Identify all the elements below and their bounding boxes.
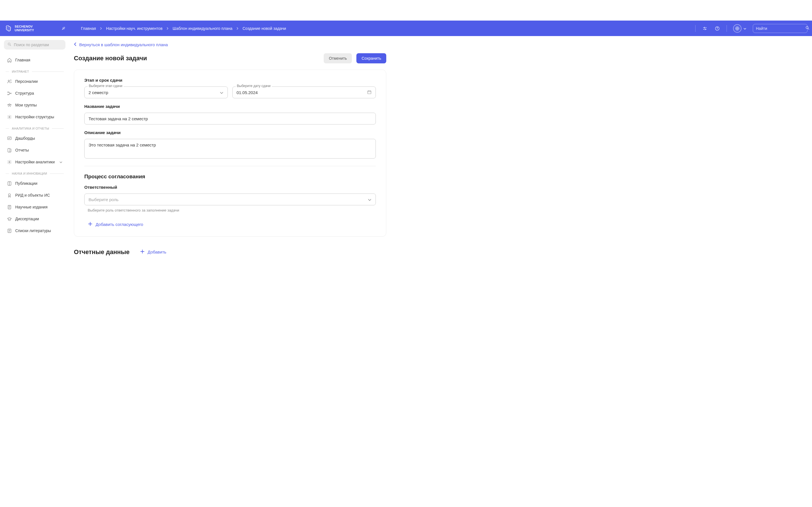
sidebar-item-label: Дашборды (15, 136, 35, 140)
form-card: Этап и срок сдачи Выберите этап сдачи 2 … (74, 69, 386, 237)
sidebar-item-label: Настройки структуры (15, 115, 54, 119)
svg-point-13 (10, 104, 11, 105)
sidebar-search[interactable] (4, 40, 65, 50)
sidebar-item-struktura[interactable]: Структура (4, 87, 65, 99)
divider (695, 25, 696, 32)
back-link[interactable]: Вернуться в шаблон индивидуального плана (74, 41, 168, 48)
group-icon (7, 103, 12, 108)
add-report-button[interactable]: Добавить (137, 248, 170, 256)
award-icon (7, 193, 12, 198)
user-menu[interactable] (733, 24, 747, 33)
sidebar-item-label: Персоналии (15, 79, 38, 83)
chevron-right-icon (166, 27, 168, 30)
sidebar: Главная ИНТРАНЕТ Персоналии Структура Мо… (0, 36, 69, 273)
sidebar-item-nastroiki-struktury[interactable]: Настройки структуры (4, 111, 65, 123)
sidebar-item-dashbordy[interactable]: Дашборды (4, 132, 65, 144)
search-input[interactable] (756, 26, 805, 31)
sidebar-item-dissertacii[interactable]: Диссертации (4, 213, 65, 225)
divider (84, 166, 376, 166)
date-value: 01.05.2024 (237, 90, 367, 95)
responsible-placeholder: Выберите роль (89, 197, 368, 202)
date-legend: Выберите дату сдачи (236, 84, 272, 88)
chevron-left-icon (74, 42, 77, 47)
sidebar-item-rid[interactable]: РИД и объекты ИС (4, 189, 65, 201)
breadcrumb-item[interactable]: Шаблон индивидуального плана (172, 26, 232, 31)
brain-logo-icon (4, 24, 12, 33)
plus-icon (140, 249, 144, 255)
title-row: Создание новой задачи Отменить Сохранить (74, 53, 386, 63)
save-button[interactable]: Сохранить (356, 53, 386, 63)
chevron-down-icon (59, 160, 63, 164)
brand-logo[interactable]: SECHENOV UNIVERSITY (4, 24, 34, 33)
plus-icon (88, 222, 92, 227)
svg-point-12 (8, 104, 8, 105)
chevron-down-icon (220, 90, 223, 95)
sidebar-search-input[interactable] (14, 43, 63, 47)
global-search[interactable] (753, 24, 808, 33)
sidebar-item-personalii[interactable]: Персоналии (4, 75, 65, 87)
help-icon[interactable] (714, 25, 720, 32)
task-name-wrapper (84, 113, 376, 124)
sidebar-item-label: Настройки аналитики (15, 160, 55, 164)
graduation-cap-icon (7, 216, 12, 221)
svg-point-9 (8, 94, 8, 95)
breadcrumb: Главная Настройки науч. инструментов Шаб… (81, 26, 690, 31)
settings-sliders-icon[interactable] (702, 25, 708, 32)
task-name-input[interactable] (89, 116, 371, 121)
report-heading: Отчетные данные (74, 248, 130, 256)
dashboard-icon (7, 136, 12, 141)
sidebar-section-science: НАУКА И ИННОВАЦИИ (4, 172, 65, 175)
sidebar-item-nauch-izdaniya[interactable]: Научные издания (4, 201, 65, 213)
task-desc-label: Описание задачи (84, 130, 376, 135)
page-title: Создание новой задачи (74, 55, 147, 62)
sidebar-item-label: Научные издания (15, 205, 48, 209)
svg-point-7 (8, 80, 9, 81)
search-icon (805, 25, 810, 31)
date-fieldset: Выберите дату сдачи 01.05.2024 (232, 87, 376, 98)
cancel-button[interactable]: Отменить (324, 53, 352, 63)
svg-point-11 (9, 104, 10, 105)
stage-fieldset: Выберите этап сдачи 2 семестр (84, 87, 228, 98)
chevron-down-icon (368, 197, 371, 202)
sidebar-item-otchety[interactable]: Отчеты (4, 144, 65, 156)
stage-value: 2 семестр (89, 90, 220, 95)
header-actions (695, 24, 808, 33)
list-icon (7, 228, 12, 233)
breadcrumb-item[interactable]: Настройки науч. инструментов (106, 26, 162, 31)
sidebar-item-home[interactable]: Главная (4, 54, 65, 66)
app-header: SECHENOV UNIVERSITY Главная Настройки на… (0, 20, 812, 36)
breadcrumb-item[interactable]: Главная (81, 26, 96, 31)
svg-point-16 (9, 161, 10, 163)
brand-text: SECHENOV UNIVERSITY (15, 25, 34, 32)
sidebar-item-publikacii[interactable]: Публикации (4, 177, 65, 189)
stage-select[interactable]: 2 семестр (84, 87, 228, 98)
svg-point-10 (10, 93, 11, 94)
sidebar-item-nastroiki-analitiki[interactable]: Настройки аналитики (4, 156, 65, 168)
sidebar-item-label: РИД и объекты ИС (15, 193, 50, 198)
search-icon (7, 42, 11, 47)
breadcrumb-item[interactable]: Создание новой задачи (243, 26, 286, 31)
sidebar-section-analytics: АНАЛИТИКА И ОТЧЕТЫ (4, 127, 65, 130)
date-picker[interactable]: 01.05.2024 (232, 87, 376, 98)
gear-icon (7, 159, 12, 165)
svg-rect-18 (8, 205, 11, 209)
responsible-select[interactable]: Выберите роль (84, 193, 376, 205)
stage-heading: Этап и срок сдачи (84, 78, 376, 82)
calendar-icon (367, 90, 371, 95)
report-section-row: Отчетные данные Добавить (74, 248, 386, 256)
book-icon (7, 181, 12, 186)
sidebar-item-moi-gruppy[interactable]: Мои группы (4, 99, 65, 111)
sidebar-item-label: Отчеты (15, 148, 29, 152)
svg-point-17 (8, 193, 10, 195)
pin-toggle[interactable] (59, 24, 67, 33)
sidebar-item-spiski-literatury[interactable]: Списки литературы (4, 225, 65, 237)
svg-rect-20 (368, 91, 371, 94)
svg-point-8 (8, 92, 8, 93)
task-desc-input[interactable] (89, 143, 371, 155)
add-approver-button[interactable]: Добавить согласующего (84, 220, 147, 228)
sidebar-item-label: Публикации (15, 181, 37, 186)
sidebar-section-intranet: ИНТРАНЕТ (4, 70, 65, 73)
svg-point-5 (806, 26, 808, 29)
sidebar-item-label: Диссертации (15, 217, 39, 221)
main-content: Вернуться в шаблон индивидуального плана… (69, 36, 391, 273)
